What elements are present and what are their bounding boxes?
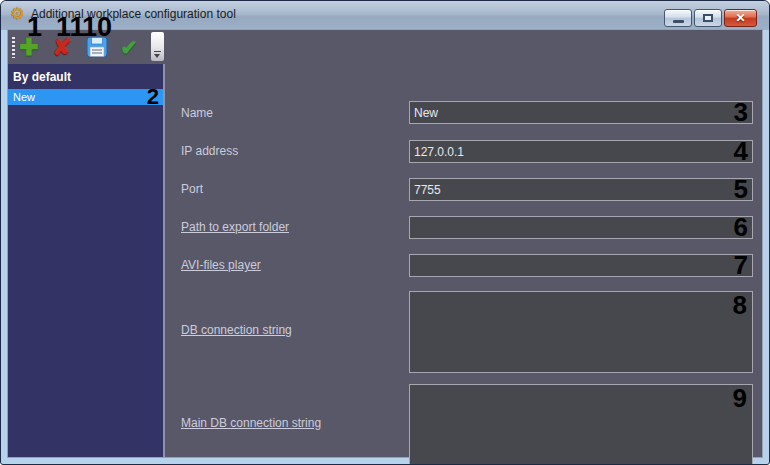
toolbar: ✚ ✘ ✔ xyxy=(8,30,762,64)
main-db-connection-textarea[interactable] xyxy=(409,384,753,465)
minimize-button[interactable] xyxy=(664,9,692,27)
avi-player-label[interactable]: AVI-files player xyxy=(181,258,261,272)
overflow-dash-icon xyxy=(154,51,161,53)
db-connection-field-wrap: 8 xyxy=(409,291,753,377)
titlebar[interactable]: ⚙ Additional workplace configuration too… xyxy=(1,1,769,30)
sidebar-item-new[interactable]: New 2 xyxy=(8,89,163,105)
floppy-icon xyxy=(86,36,108,58)
sidebar: By default New 2 xyxy=(8,64,165,457)
check-icon: ✔ xyxy=(120,37,138,58)
window-content: ✚ ✘ ✔ By xyxy=(8,30,762,457)
port-label: Port xyxy=(181,182,203,196)
annotation-2: 2 xyxy=(147,86,159,108)
maximize-icon xyxy=(703,14,713,22)
export-folder-input[interactable] xyxy=(409,216,753,239)
db-connection-textarea[interactable] xyxy=(409,291,753,373)
name-input[interactable] xyxy=(409,101,753,124)
sidebar-group-header: By default xyxy=(8,64,163,89)
main-db-connection-label[interactable]: Main DB connection string xyxy=(181,416,321,430)
add-button[interactable]: ✚ xyxy=(16,34,42,60)
main-db-connection-field-wrap: 9 xyxy=(409,384,753,465)
name-label: Name xyxy=(181,106,213,120)
export-folder-field-wrap: 6 xyxy=(409,216,753,239)
delete-button[interactable]: ✘ xyxy=(49,34,75,60)
gear-icon: ⚙ xyxy=(10,5,28,23)
export-folder-label[interactable]: Path to export folder xyxy=(181,220,289,234)
cross-icon: ✘ xyxy=(52,36,71,59)
toolbar-overflow-button[interactable] xyxy=(151,32,164,61)
maximize-button[interactable] xyxy=(694,9,722,27)
save-button[interactable] xyxy=(84,34,110,60)
form-panel: Name 3 IP address 4 Port 5 Path to expor… xyxy=(167,64,762,457)
toolbar-grip[interactable] xyxy=(12,37,15,58)
overflow-arrow-icon xyxy=(154,54,160,58)
avi-player-input[interactable] xyxy=(409,254,753,277)
plus-icon: ✚ xyxy=(19,36,38,59)
name-field-wrap: 3 xyxy=(409,101,753,124)
db-connection-label[interactable]: DB connection string xyxy=(181,323,292,337)
app-window: ⚙ Additional workplace configuration too… xyxy=(0,0,770,465)
ip-address-input[interactable] xyxy=(409,140,753,163)
port-input[interactable] xyxy=(409,178,753,201)
port-field-wrap: 5 xyxy=(409,178,753,201)
window-title: Additional workplace configuration tool xyxy=(31,7,236,21)
sidebar-item-label: New xyxy=(13,91,35,103)
close-button[interactable]: ✕ xyxy=(724,9,757,27)
apply-button[interactable]: ✔ xyxy=(116,34,142,60)
avi-player-field-wrap: 7 xyxy=(409,254,753,277)
ip-address-label: IP address xyxy=(181,144,238,158)
ip-address-field-wrap: 4 xyxy=(409,140,753,163)
minimize-icon xyxy=(673,20,684,23)
close-icon: ✕ xyxy=(735,12,745,24)
window-controls: ✕ xyxy=(664,9,757,27)
